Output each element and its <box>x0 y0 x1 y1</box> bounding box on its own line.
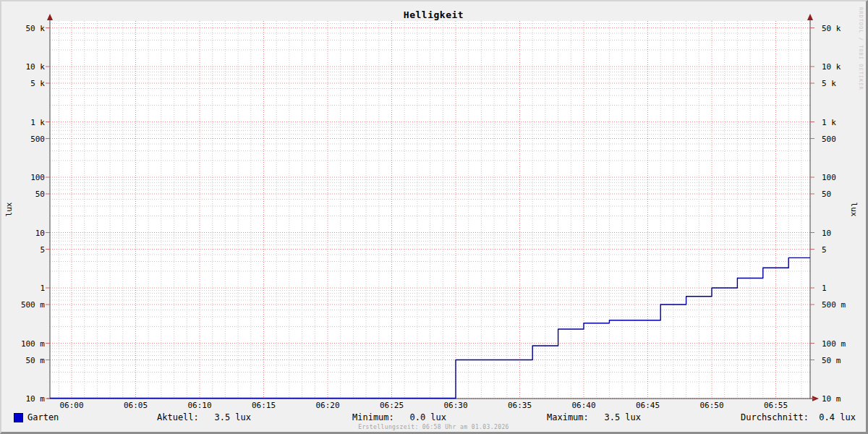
y-tick-label-right: 50 k <box>822 24 841 33</box>
y-tick-label-left: 100 m <box>21 339 45 349</box>
y-tick-label-right: 10 <box>822 229 831 238</box>
y-tick-label-right: 500 m <box>822 300 846 310</box>
x-tick-label: 06:15 <box>252 401 276 410</box>
y-tick-label-right: 100 <box>822 173 836 182</box>
x-tick-label: 06:40 <box>571 401 595 410</box>
x-tick-label: 06:10 <box>187 401 211 410</box>
y-tick-label-left: 10 k <box>26 62 46 72</box>
y-tick-label-left: 5 k <box>30 79 45 88</box>
y-tick-label-left: 10 <box>35 229 45 238</box>
x-tick-label: 06:55 <box>764 401 788 410</box>
y-axis-label-left: lux <box>4 198 14 221</box>
x-tick-label: 06:05 <box>124 401 148 410</box>
y-tick-label-right: 50 m <box>822 356 841 365</box>
y-tick-label-right: 10 m <box>822 394 841 404</box>
stat-aktuell: Aktuell: 3.5 lux <box>157 412 251 422</box>
y-tick-label-left: 50 k <box>26 24 46 33</box>
legend-color-swatch <box>14 413 23 422</box>
y-tick-label-right: 1 <box>822 284 827 293</box>
y-tick-label-left: 5 <box>40 245 45 255</box>
y-tick-label-right: 50 <box>822 190 831 199</box>
creation-timestamp: Erstellungszeit: 06:58 Uhr am 01.03.2026 <box>1 424 866 430</box>
rrd-graph: 50 k50 k10 k10 k5 k5 k1 k1 k500500100100… <box>0 0 868 434</box>
y-tick-label-right: 5 k <box>822 79 836 88</box>
y-tick-label-left: 100 <box>30 173 45 182</box>
y-tick-label-left: 50 m <box>26 356 46 365</box>
y-tick-label-left: 50 <box>35 190 45 199</box>
x-tick-label: 06:45 <box>636 401 660 410</box>
y-tick-label-left: 1 <box>40 284 45 293</box>
x-tick-label: 06:20 <box>315 401 339 410</box>
chart-canvas: 50 k50 k10 k10 k5 k5 k1 k1 k500500100100… <box>1 1 868 434</box>
legend-series-label: Garten <box>27 412 59 422</box>
page-title: Helligkeit <box>1 9 866 20</box>
y-tick-label-right: 1 k <box>822 118 836 127</box>
y-tick-label-left: 10 m <box>26 394 46 404</box>
x-tick-label: 06:50 <box>699 401 723 410</box>
y-tick-label-right: 5 <box>822 245 827 255</box>
x-tick-label: 06:25 <box>380 401 404 410</box>
x-tick-label: 06:35 <box>508 401 532 410</box>
stat-durchschnitt: Durchschnitt: 0.4 lux <box>741 412 856 422</box>
rrdtool-watermark: RRDTOOL / TOBI OETIKER <box>858 7 864 90</box>
y-tick-label-right: 100 m <box>822 339 846 349</box>
x-tick-label: 06:00 <box>59 401 83 410</box>
y-tick-label-left: 1 k <box>30 118 45 127</box>
stat-minimum: Minimum: 0.0 lux <box>352 412 446 422</box>
y-axis-label-right: lux <box>849 198 859 221</box>
y-tick-label-right: 10 k <box>822 62 841 72</box>
stat-maximum: Maximum: 3.5 lux <box>547 412 641 422</box>
y-tick-label-left: 500 <box>30 135 45 144</box>
x-tick-label: 06:30 <box>443 401 467 410</box>
y-tick-label-right: 500 <box>822 135 836 144</box>
y-tick-label-left: 500 m <box>21 300 45 310</box>
